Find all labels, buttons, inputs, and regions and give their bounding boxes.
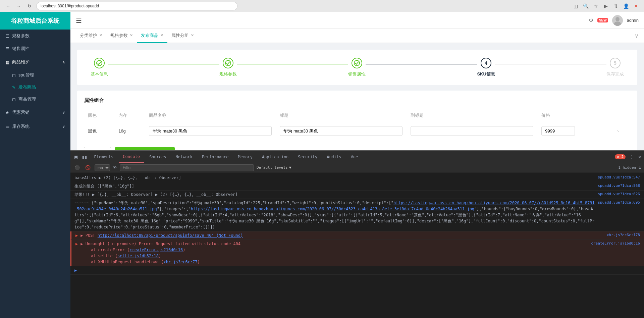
reload-button[interactable]: ↻ bbox=[25, 2, 34, 10]
col-subtitle: 副标题 bbox=[407, 109, 537, 122]
devtools-tab-memory[interactable]: Memory bbox=[234, 151, 257, 163]
devtools-toolbar: ⚫ 🚫 top 👁 Default levels ▼ 1 hidden ⚙ bbox=[70, 163, 644, 172]
tab-attrs-close[interactable]: ✕ bbox=[191, 33, 194, 38]
star-icon[interactable]: ☆ bbox=[592, 2, 600, 10]
sidebar-item-publish[interactable]: ✎ 发布商品 bbox=[0, 81, 70, 93]
devtools-tab-sources[interactable]: Sources bbox=[145, 151, 170, 163]
screen-icon[interactable]: ◫ bbox=[572, 2, 580, 10]
error-main: ▶ Uncaught (in promise) Error: Request f… bbox=[80, 241, 588, 247]
tab-specs[interactable]: 规格参数 ✕ bbox=[106, 29, 137, 43]
sidebar-item-sale-attrs[interactable]: ☰ 销售属性 bbox=[0, 42, 70, 55]
address-bar[interactable]: localhost:8001/#/product-spuadd bbox=[36, 2, 237, 10]
step-spec: 规格参数 bbox=[219, 58, 237, 77]
devtools-inspect-icon[interactable]: ▣ bbox=[73, 153, 79, 161]
filter-input[interactable] bbox=[120, 164, 254, 171]
tab-publish-close[interactable]: ✕ bbox=[160, 33, 163, 38]
account-icon[interactable]: 👤 bbox=[622, 2, 630, 10]
sync-icon[interactable]: ⇅ bbox=[612, 2, 620, 10]
level-label: Default levels bbox=[257, 165, 288, 170]
sidebar: 谷粒商城后台系统 ☰ 规格参数 ☰ 销售属性 ▦ 商品维护 ∧ ◻ spu管理 … bbox=[0, 12, 70, 318]
link-images[interactable]: https://lastingwar.oss-cn-hangzhou.aliyu… bbox=[191, 207, 474, 211]
cell-title[interactable] bbox=[276, 122, 407, 140]
create-error-link[interactable]: createError.js?16d0:16 bbox=[129, 248, 183, 252]
tab-publish[interactable]: 发布商品 ✕ bbox=[137, 29, 167, 43]
price-input[interactable] bbox=[541, 126, 575, 136]
prev-button[interactable]: 上一步 bbox=[84, 147, 111, 150]
tab-attrs[interactable]: 属性分组 ✕ bbox=[167, 29, 198, 43]
step-sku: 4 SKU信息 bbox=[477, 58, 495, 77]
devtools-tab-audits[interactable]: Audits bbox=[323, 151, 345, 163]
devtools-tab-console[interactable]: Console bbox=[119, 151, 144, 163]
col-product-name: 商品名称 bbox=[145, 109, 276, 122]
devtools-content: baseAttrs ▶ (2) [{…}, {…}, __ob__: Obser… bbox=[70, 172, 644, 318]
console-source-4[interactable]: spuadd.vue?1dca:695 bbox=[598, 200, 640, 206]
page-content: 基本信息 规格参数 销售属性 bbox=[70, 43, 644, 150]
sidebar-group-goods[interactable]: ▦ 商品维护 ∧ bbox=[0, 55, 70, 69]
cell-product-name[interactable] bbox=[145, 122, 276, 140]
eye-icon[interactable]: 👁 bbox=[113, 165, 117, 170]
console-text-3: 结果!!! ▶ [{…}, __ob__: Observer] ▶ (2) [{… bbox=[74, 192, 595, 198]
devtools-tab-network[interactable]: Network bbox=[171, 151, 197, 163]
cell-price[interactable] bbox=[537, 122, 613, 140]
extension-icon[interactable]: ▶ bbox=[602, 2, 610, 10]
sidebar-group-promo[interactable]: ★ 优惠营销 ∨ bbox=[0, 105, 70, 119]
next-button[interactable]: 下一步：保存商品信息 bbox=[115, 147, 175, 150]
console-source-3[interactable]: spuadd.vue?1dca:626 bbox=[598, 192, 640, 197]
console-text-1: baseAttrs ▶ (2) [{…}, {…}, __ob__: Obser… bbox=[74, 175, 595, 181]
step-basic: 基本信息 bbox=[91, 58, 108, 77]
devtools-tab-security[interactable]: Security bbox=[294, 151, 321, 163]
sidebar-group-inventory[interactable]: ▭ 库存系统 ∨ bbox=[0, 119, 70, 134]
level-dropdown-icon[interactable]: ▼ bbox=[289, 165, 291, 170]
console-source-1[interactable]: spuadd.vue?1dca:547 bbox=[598, 175, 640, 180]
devtools-tab-application[interactable]: Application bbox=[258, 151, 292, 163]
clear-console-icon[interactable]: ⚫ bbox=[73, 164, 81, 171]
tab-classify[interactable]: 分类维护 ✕ bbox=[76, 29, 106, 43]
devtools-tab-performance[interactable]: Performance bbox=[198, 151, 232, 163]
console-line-2: 生成的组合 [["黑色","16g"]] spuadd.vue?1dca:568 bbox=[70, 182, 644, 191]
close-icon[interactable]: ✕ bbox=[632, 2, 640, 10]
right-side: ☰ ⚙ NEW admin 分类维护 ✕ 规格参数 ✕ 发布商品 ✕ bbox=[70, 12, 644, 318]
console-text-4: ~~~~~~ {"spuName":"华为 mate30","spuDescri… bbox=[74, 200, 595, 230]
console-settings-icon[interactable]: ⚙ bbox=[639, 165, 641, 170]
context-select[interactable]: top bbox=[95, 164, 110, 171]
devtools-device-icon[interactable]: ▮▮ bbox=[80, 154, 89, 160]
step-save-label: 保存完成 bbox=[606, 71, 624, 77]
hidden-count: 1 hidden bbox=[618, 165, 636, 170]
tab-classify-close[interactable]: ✕ bbox=[99, 33, 102, 38]
sidebar-item-spu[interactable]: ◻ spu管理 bbox=[0, 69, 70, 81]
back-button[interactable]: ← bbox=[4, 2, 12, 10]
sidebar-item-goods-manage[interactable]: ◻ 商品管理 bbox=[0, 93, 70, 105]
devtools-tab-vue[interactable]: Vue bbox=[347, 151, 362, 163]
product-name-input[interactable] bbox=[149, 126, 272, 136]
error-sub-3: at XMLHttpRequest.handleLoad (xhr.js?ec6… bbox=[80, 259, 588, 265]
subtitle-input[interactable] bbox=[411, 126, 533, 136]
xhr-link[interactable]: xhr.js?ec6c:77 bbox=[163, 260, 197, 264]
devtools-tab-elements[interactable]: Elements bbox=[90, 151, 118, 163]
cell-subtitle[interactable] bbox=[407, 122, 537, 140]
hamburger-button[interactable]: ☰ bbox=[76, 16, 82, 24]
sidebar-item-spec-params[interactable]: ☰ 规格参数 bbox=[0, 30, 70, 42]
title-input[interactable] bbox=[280, 126, 402, 136]
forward-button[interactable]: → bbox=[15, 2, 23, 10]
sku-table: 颜色 内存 商品名称 标题 副标题 价格 黑色 16g bbox=[84, 109, 631, 140]
tab-more-icon[interactable]: ∨ bbox=[635, 33, 639, 39]
zoom-icon[interactable]: 🔍 bbox=[582, 2, 590, 10]
col-memory: 内存 bbox=[114, 109, 145, 122]
console-source-5[interactable]: xhr.js?ec6c:178 bbox=[607, 232, 640, 238]
console-source-2[interactable]: spuadd.vue?1dca:568 bbox=[598, 183, 640, 189]
post-link[interactable]: http://localhost:88/api/product/spuinfo/… bbox=[98, 233, 243, 238]
svg-point-2 bbox=[97, 60, 102, 66]
col-action bbox=[613, 109, 631, 122]
step-circle-spec bbox=[223, 58, 233, 68]
settle-link[interactable]: settle.js?db52:18 bbox=[117, 254, 159, 258]
devtools-more-icon[interactable]: ⋮ bbox=[628, 154, 635, 160]
devtools-close-button[interactable]: ✕ bbox=[638, 154, 641, 160]
step-save: 5 保存完成 bbox=[606, 58, 624, 77]
settings-icon[interactable]: ⚙ bbox=[589, 17, 593, 23]
cell-arrow[interactable]: › bbox=[613, 122, 631, 140]
console-source-6[interactable]: createError.js?16d0:16 bbox=[591, 241, 640, 247]
devtools: ▣ ▮▮ Elements Console Sources Network Pe… bbox=[70, 150, 644, 318]
block-console-icon[interactable]: 🚫 bbox=[84, 164, 92, 171]
tab-specs-close[interactable]: ✕ bbox=[130, 33, 133, 38]
edit-icon: ✎ bbox=[12, 85, 16, 90]
